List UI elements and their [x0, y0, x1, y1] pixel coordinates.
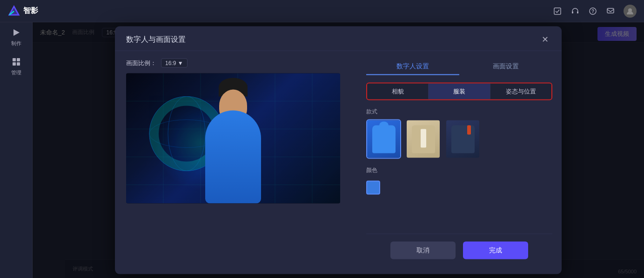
svg-rect-14	[17, 62, 20, 66]
logo: 智影	[7, 5, 38, 18]
clothes-item-dark-jacket[interactable]	[445, 119, 480, 159]
preview-side: 画面比例： 16:9 ▼	[115, 51, 357, 274]
cancel-button[interactable]: 取消	[390, 242, 456, 259]
style-section: 款式	[366, 108, 552, 159]
dialog-header: 数字人与画面设置 ✕	[115, 26, 562, 51]
person-body	[205, 111, 261, 204]
tab-screen-settings[interactable]: 画面设置	[459, 59, 552, 75]
nav-icons: ?	[553, 5, 637, 18]
tab-digital-human[interactable]: 数字人设置	[366, 59, 459, 75]
close-button[interactable]: ✕	[539, 34, 550, 45]
svg-rect-3	[554, 8, 561, 14]
dialog-body: 画面比例： 16:9 ▼	[115, 51, 562, 274]
preview-frame	[126, 73, 340, 204]
sub-tab-clothing[interactable]: 服装	[429, 84, 490, 99]
sidebar-manage-label: 管理	[11, 69, 21, 76]
sidebar-item-create[interactable]: 制作	[11, 27, 22, 47]
svg-rect-8	[607, 8, 614, 13]
clothes-grid	[366, 119, 552, 159]
clothes-img-beige	[407, 120, 440, 158]
sub-tab-appearance[interactable]: 相貌	[367, 84, 429, 99]
sidebar: 制作 管理	[0, 22, 33, 278]
help-icon[interactable]: ?	[588, 7, 597, 16]
headset-icon[interactable]	[570, 7, 580, 16]
color-section: 颜色	[366, 166, 552, 195]
dialog-title: 数字人与画面设置	[126, 34, 186, 44]
dialog-footer: 取消 完成	[366, 234, 552, 267]
svg-rect-13	[13, 62, 16, 66]
app-logo-text: 智影	[23, 6, 38, 16]
svg-rect-12	[17, 58, 20, 61]
create-icon	[11, 27, 22, 38]
style-label: 款式	[366, 108, 552, 116]
confirm-button[interactable]: 完成	[463, 242, 528, 259]
settings-side: 数字人设置 画面设置 相貌 服装 姿态与位置 款式	[357, 51, 562, 274]
clothes-img-dark	[446, 120, 479, 158]
avatar[interactable]	[624, 5, 637, 18]
color-label: 颜色	[366, 166, 552, 174]
preview-ratio-select[interactable]: 16:9 ▼	[161, 59, 188, 68]
manage-icon	[11, 56, 22, 67]
preview-image	[126, 73, 340, 204]
svg-marker-10	[13, 29, 20, 36]
main-area: 制作 管理 未命名_2 画面比例 16:9 生成视频 数字人与画面设置 ✕	[0, 22, 644, 278]
sub-tabs-wrapper: 相貌 服装 姿态与位置	[366, 83, 552, 100]
svg-text:?: ?	[591, 9, 594, 14]
svg-rect-5	[577, 11, 578, 13]
settings-dialog: 数字人与画面设置 ✕ 画面比例： 16:9 ▼	[115, 26, 562, 274]
logo-icon	[7, 5, 20, 18]
hoodie-shape	[372, 125, 396, 153]
sub-tab-pose[interactable]: 姿态与位置	[490, 84, 551, 99]
color-swatch-blue[interactable]	[366, 181, 380, 195]
sidebar-create-label: 制作	[11, 40, 21, 47]
message-icon[interactable]	[606, 7, 615, 16]
dark-jacket-shape	[451, 125, 475, 153]
main-tabs: 数字人设置 画面设置	[366, 59, 552, 75]
canvas-area: 未命名_2 画面比例 16:9 生成视频 数字人与画面设置 ✕ 画面比例： 16…	[33, 22, 644, 278]
clothes-item-beige-jacket[interactable]	[406, 119, 441, 159]
clothes-item-blue-hoodie[interactable]	[366, 119, 401, 159]
task-icon[interactable]	[553, 7, 562, 16]
preview-ratio-label: 画面比例：	[126, 59, 156, 67]
clothes-img-blue	[367, 120, 400, 158]
jacket-shape	[412, 125, 435, 153]
top-nav: 智影 ?	[0, 0, 644, 22]
sidebar-item-manage[interactable]: 管理	[11, 56, 22, 76]
svg-rect-4	[572, 11, 573, 13]
svg-rect-11	[13, 58, 16, 61]
ratio-bar: 画面比例： 16:9 ▼	[126, 59, 346, 68]
